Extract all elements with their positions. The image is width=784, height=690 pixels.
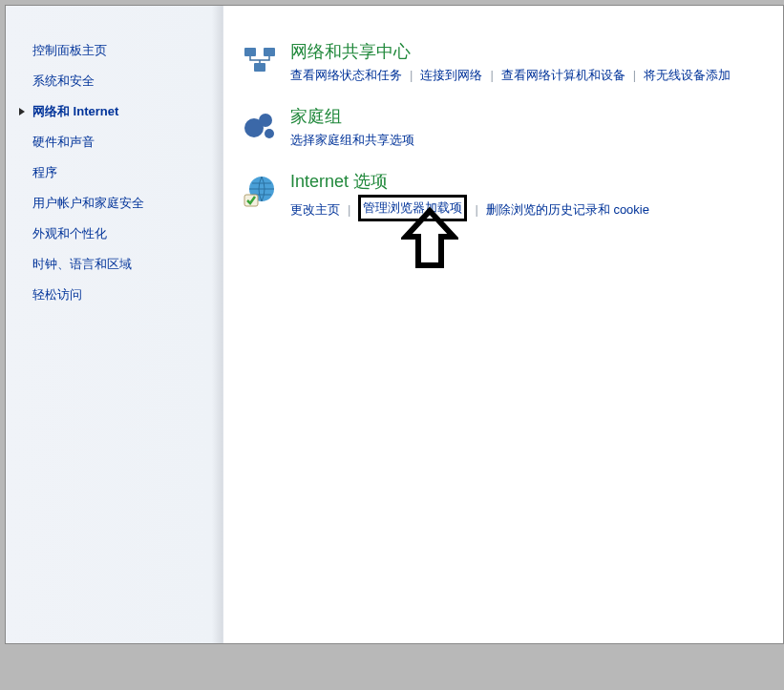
highlight-box: 管理浏览器加载项 [358, 195, 467, 221]
link-delete-history[interactable]: 删除浏览的历史记录和 cookie [486, 202, 649, 217]
svg-point-4 [259, 114, 272, 127]
network-sharing-icon [243, 44, 277, 78]
divider: | [633, 68, 636, 82]
category-internet-options: Internet 选项 更改主页|管理浏览器加载项|删除浏览的历史记录和 coo… [243, 170, 783, 223]
divider: | [410, 68, 413, 82]
sidebar: 控制面板主页 系统和安全 网络和 Internet 硬件和声音 程序 用户帐户和… [6, 6, 223, 643]
main-content: 网络和共享中心 查看网络状态和任务|连接到网络|查看网络计算机和设备|将无线设备… [223, 6, 783, 643]
sidebar-item-hardware-sound[interactable]: 硬件和声音 [32, 134, 222, 151]
link-network-status[interactable]: 查看网络状态和任务 [290, 68, 402, 82]
category-title-network[interactable]: 网络和共享中心 [290, 40, 783, 63]
sidebar-item-home[interactable]: 控制面板主页 [32, 42, 222, 59]
sidebar-item-network-internet[interactable]: 网络和 Internet [32, 103, 222, 120]
svg-point-5 [265, 129, 274, 138]
svg-rect-1 [264, 48, 275, 56]
divider: | [475, 202, 477, 217]
link-view-devices[interactable]: 查看网络计算机和设备 [501, 68, 625, 82]
sidebar-item-user-accounts[interactable]: 用户帐户和家庭安全 [32, 195, 222, 212]
category-network-sharing: 网络和共享中心 查看网络状态和任务|连接到网络|查看网络计算机和设备|将无线设备… [243, 40, 783, 84]
internet-options-icon [243, 174, 277, 208]
divider: | [490, 68, 493, 82]
link-homegroup-options[interactable]: 选择家庭组和共享选项 [290, 133, 414, 147]
sidebar-item-clock-region[interactable]: 时钟、语言和区域 [32, 256, 222, 273]
sidebar-item-appearance[interactable]: 外观和个性化 [32, 225, 222, 242]
link-manage-addons[interactable]: 管理浏览器加载项 [363, 200, 462, 215]
link-connect-network[interactable]: 连接到网络 [420, 68, 482, 82]
svg-rect-2 [254, 63, 265, 72]
sidebar-item-system-security[interactable]: 系统和安全 [32, 73, 222, 90]
category-title-internet[interactable]: Internet 选项 [290, 170, 783, 193]
link-change-homepage[interactable]: 更改主页 [290, 202, 340, 217]
category-title-homegroup[interactable]: 家庭组 [290, 105, 783, 128]
sidebar-item-ease-access[interactable]: 轻松访问 [32, 286, 222, 303]
control-panel-window: 控制面板主页 系统和安全 网络和 Internet 硬件和声音 程序 用户帐户和… [5, 5, 784, 644]
sidebar-item-programs[interactable]: 程序 [32, 164, 222, 181]
homegroup-icon [243, 109, 277, 143]
link-wireless-device[interactable]: 将无线设备添加 [644, 68, 731, 82]
divider: | [348, 202, 350, 217]
svg-rect-0 [244, 48, 256, 56]
category-homegroup: 家庭组 选择家庭组和共享选项 [243, 105, 783, 149]
